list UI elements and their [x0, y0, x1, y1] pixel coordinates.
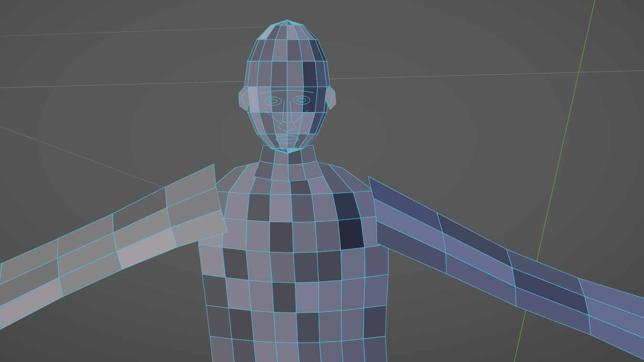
viewport-canvas[interactable]	[0, 0, 644, 362]
mesh-face[interactable]	[342, 278, 365, 310]
mesh-face[interactable]	[319, 310, 342, 342]
mesh-face[interactable]	[364, 274, 388, 308]
mesh-face[interactable]	[224, 192, 249, 220]
mesh-face[interactable]	[254, 341, 279, 362]
mesh-face[interactable]	[276, 342, 301, 362]
mesh-face[interactable]	[206, 305, 232, 339]
mesh-face[interactable]	[364, 305, 386, 339]
mesh-face[interactable]	[271, 61, 287, 87]
mesh-face[interactable]	[342, 339, 366, 362]
mesh-face[interactable]	[257, 61, 272, 87]
mesh-face[interactable]	[320, 341, 344, 362]
mesh-face[interactable]	[270, 194, 292, 222]
mesh-face[interactable]	[210, 336, 236, 362]
mesh-face[interactable]	[272, 282, 296, 313]
mesh-face[interactable]	[342, 308, 364, 341]
mesh-face[interactable]	[270, 252, 295, 283]
mesh-face[interactable]	[287, 61, 303, 87]
mesh-face[interactable]	[246, 250, 272, 282]
mesh-face[interactable]	[226, 278, 251, 310]
mesh-face[interactable]	[222, 218, 247, 250]
mesh-face[interactable]	[364, 336, 387, 362]
mesh-face[interactable]	[298, 342, 322, 362]
head-mesh[interactable]	[244, 20, 330, 154]
mesh-face[interactable]	[292, 222, 317, 253]
mesh-face[interactable]	[229, 308, 254, 341]
mesh-face[interactable]	[296, 312, 320, 343]
mesh-face[interactable]	[291, 194, 315, 222]
torso-mesh[interactable]	[198, 159, 388, 362]
mesh-face[interactable]	[341, 248, 365, 280]
mesh-face[interactable]	[249, 280, 274, 312]
mesh-face[interactable]	[202, 274, 229, 308]
mesh-face[interactable]	[319, 280, 342, 312]
mesh-face[interactable]	[232, 339, 257, 362]
mesh-face[interactable]	[317, 250, 342, 282]
mesh-face[interactable]	[251, 310, 276, 342]
mesh-face[interactable]	[315, 220, 341, 252]
mesh-face[interactable]	[295, 282, 319, 313]
mesh-face[interactable]	[271, 164, 289, 181]
mesh-face[interactable]	[246, 220, 270, 252]
mesh-face[interactable]	[364, 244, 388, 278]
mesh-face[interactable]	[270, 222, 293, 253]
mesh-face[interactable]	[274, 312, 298, 343]
mesh-face[interactable]	[302, 61, 318, 87]
mesh-face[interactable]	[222, 248, 249, 280]
viewport-3d[interactable]	[0, 0, 644, 362]
mesh-face[interactable]	[338, 218, 365, 250]
mesh-face[interactable]	[198, 244, 226, 278]
mesh-face[interactable]	[247, 194, 270, 222]
mesh-face[interactable]	[293, 252, 319, 283]
